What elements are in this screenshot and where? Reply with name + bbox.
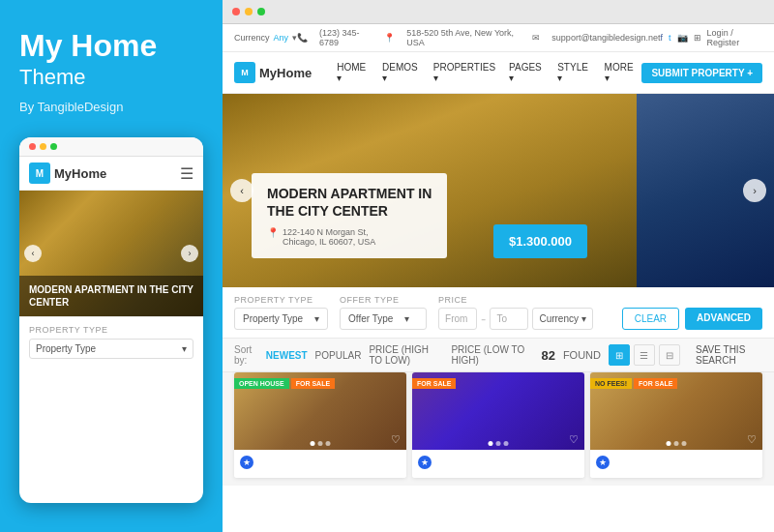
phone-number: (123) 345-6789: [319, 28, 372, 47]
mobile-window-controls: [29, 143, 57, 150]
left-panel: My Home Theme By TangibleDesign M MyHome…: [0, 0, 223, 532]
hero-prev-arrow[interactable]: ‹: [230, 179, 253, 202]
property-type-value: Property Type: [243, 313, 303, 324]
mobile-property-dropdown[interactable]: Property Type ▾: [29, 339, 194, 359]
logo-icon: M: [234, 62, 255, 83]
results-count: 82: [541, 348, 554, 363]
chevron-down-icon: ▾: [314, 313, 319, 324]
mobile-search-section: PROPERTY TYPE Property Type ▾: [19, 316, 203, 367]
offer-type-value: Offer Type: [348, 313, 393, 324]
sort-label: Sort by:: [234, 344, 258, 366]
top-bar: Currency Any ▾ 📞 (123) 345-6789 📍 518-52…: [223, 24, 774, 52]
nav-style[interactable]: STYLE ▾: [551, 58, 596, 87]
featured-badge: ★: [240, 456, 253, 469]
nav-demos[interactable]: DEMOS ▾: [376, 58, 426, 87]
mobile-property-value: Property Type: [36, 343, 96, 354]
mobile-property-title: MODERN APARTMENT IN THE CITY CENTER: [29, 283, 194, 309]
offer-type-dropdown[interactable]: Offer Type ▾: [340, 308, 427, 330]
card-carousel-dots: [311, 441, 331, 446]
favorite-icon[interactable]: ♡: [391, 433, 401, 446]
mobile-nav: M MyHome ☰: [19, 157, 203, 191]
right-panel: Currency Any ▾ 📞 (123) 345-6789 📍 518-52…: [223, 0, 774, 532]
grid-view-icon[interactable]: ⊞: [609, 344, 630, 366]
email-icon: ✉: [532, 33, 540, 43]
price-field: PRICE From - To Currency ▾: [438, 295, 593, 330]
card-badges: NO FEES! FOR SALE: [590, 378, 677, 389]
price-to-input[interactable]: To: [490, 308, 528, 330]
sort-popular[interactable]: POPULAR: [315, 350, 362, 361]
property-card: FOR SALE ♡ ★: [412, 372, 584, 478]
login-link[interactable]: Login / Register: [707, 28, 762, 47]
submit-property-button[interactable]: SUBMIT PROPERTY +: [641, 63, 762, 83]
view-toggle: ⊞ ☰ ⊟: [609, 344, 680, 366]
hero-next-arrow[interactable]: ›: [743, 179, 766, 202]
email: support@tangibledesign.net: [551, 33, 660, 43]
offer-type-field: OFFER TYPE Offer Type ▾: [340, 295, 427, 330]
card-carousel-dots: [489, 441, 509, 446]
browser-maximize-dot: [257, 8, 265, 15]
nav-more[interactable]: MORE ▾: [599, 58, 642, 87]
dot-1: [667, 441, 671, 446]
nav-items: HOME ▾ DEMOS ▾ PROPERTIES ▾ PAGES ▾ STYL…: [331, 58, 641, 87]
sort-price-low[interactable]: PRICE (LOW TO HIGH): [451, 344, 525, 366]
hero-price[interactable]: $1.300.000: [493, 224, 587, 258]
sort-price-high[interactable]: PRICE (HIGH TO LOW): [369, 344, 443, 366]
property-grid: OPEN HOUSE FOR SALE ♡ ★: [223, 372, 774, 486]
logo-text: MyHome: [259, 66, 312, 80]
card-body-3: ★: [590, 450, 762, 478]
dot-2: [318, 441, 323, 446]
browser-minimize-dot: [245, 8, 253, 15]
nav-home[interactable]: HOME ▾: [331, 58, 374, 87]
favorite-icon[interactable]: ♡: [747, 433, 757, 446]
advanced-button[interactable]: ADVANCED: [685, 308, 762, 330]
results-bar: Sort by: NEWEST POPULAR PRICE (HIGH TO L…: [223, 339, 774, 372]
hero-property-title: MODERN APARTMENT IN THE CITY CENTER: [267, 185, 432, 220]
chevron-down-icon: ▾: [404, 313, 409, 324]
map-view-icon[interactable]: ⊟: [659, 344, 680, 366]
pin-icon: 📍: [267, 227, 279, 238]
close-dot: [29, 143, 36, 150]
mobile-hero-overlay: MODERN APARTMENT IN THE CITY CENTER: [19, 276, 203, 316]
card-body-1: ★: [234, 450, 406, 478]
property-type-dropdown[interactable]: Property Type ▾: [234, 308, 328, 330]
hero-address-text: 122-140 N Morgan St, Chicago, IL 60607, …: [283, 227, 375, 247]
currency-value[interactable]: Any: [274, 33, 289, 43]
topbar-right: f t 📷 ⊞ Login / Register: [661, 28, 762, 47]
dot-2: [496, 441, 501, 446]
hero-property-card: MODERN APARTMENT IN THE CITY CENTER 📍 12…: [252, 173, 447, 258]
theme-subtitle: Theme: [19, 65, 203, 90]
mobile-prev-arrow[interactable]: ‹: [24, 245, 42, 262]
price-from-input[interactable]: From: [438, 308, 477, 330]
dot-1: [311, 441, 315, 446]
property-card: OPEN HOUSE FOR SALE ♡ ★: [234, 372, 406, 478]
nav-properties[interactable]: PROPERTIES ▾: [428, 58, 501, 87]
price-separator: -: [481, 310, 486, 328]
topbar-center: 📞 (123) 345-6789 📍 518-520 5th Ave, New …: [297, 28, 661, 47]
topbar-left: Currency Any ▾: [234, 33, 297, 43]
for-sale-badge: FOR SALE: [634, 378, 677, 389]
dot-3: [326, 441, 331, 446]
sort-newest[interactable]: NEWEST: [266, 350, 308, 361]
card-image-3: NO FEES! FOR SALE ♡: [590, 372, 762, 450]
hero-section: ‹ MODERN APARTMENT IN THE CITY CENTER 📍 …: [223, 94, 774, 287]
nav-logo[interactable]: M MyHome: [234, 62, 312, 83]
property-card: NO FEES! FOR SALE ♡ ★: [590, 372, 762, 478]
maximize-dot: [50, 143, 57, 150]
mobile-logo-text: MyHome: [54, 166, 106, 181]
browser-content: Currency Any ▾ 📞 (123) 345-6789 📍 518-52…: [223, 24, 774, 532]
save-search-button[interactable]: SAVE THIS SEARCH: [696, 344, 762, 366]
list-view-icon[interactable]: ☰: [634, 344, 655, 366]
search-bar: PROPERTY TYPE Property Type ▾ OFFER TYPE…: [223, 287, 774, 339]
browser-close-dot: [232, 8, 240, 15]
currency-dropdown[interactable]: Currency ▾: [532, 308, 592, 330]
favorite-icon[interactable]: ♡: [569, 433, 579, 446]
browser-chrome: [223, 0, 774, 24]
nav-pages[interactable]: PAGES ▾: [503, 58, 550, 87]
hamburger-icon[interactable]: ☰: [180, 164, 194, 183]
property-type-label: PROPERTY TYPE: [234, 295, 328, 305]
theme-author: By TangibleDesign: [19, 100, 203, 114]
mobile-logo-letter: M: [36, 168, 44, 179]
mobile-next-arrow[interactable]: ›: [181, 245, 198, 262]
logo-letter: M: [241, 68, 249, 77]
clear-button[interactable]: CLEAR: [622, 308, 679, 330]
